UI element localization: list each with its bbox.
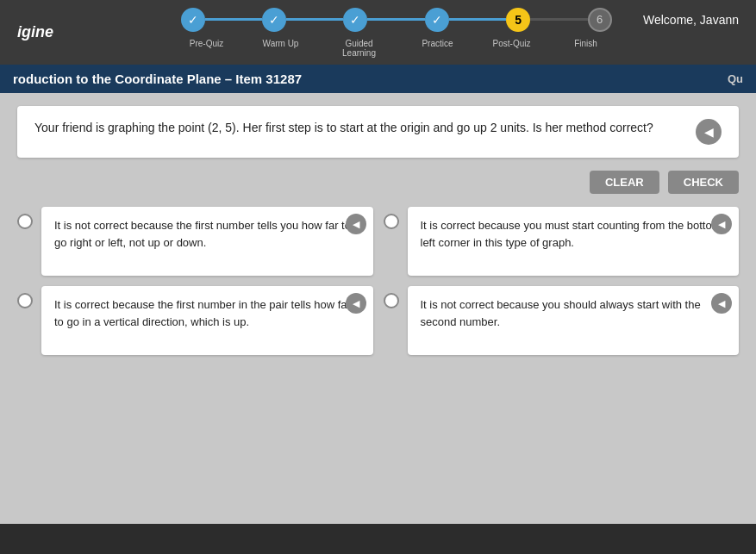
- section-header: roduction to the Coordinate Plane – Item…: [0, 65, 756, 93]
- answer-option-c: ◀ It is correct because the first number…: [17, 286, 373, 355]
- answer-card-b: ◀ It is correct because you must start c…: [408, 207, 740, 276]
- answer-card-a: ◀ It is not correct because the first nu…: [41, 207, 373, 276]
- quiz-label: Qu: [728, 72, 743, 85]
- answer-text-a: It is not correct because the first numb…: [54, 217, 360, 251]
- label-pre-quiz: Pre-Quiz: [181, 39, 233, 58]
- question-text: Your friend is graphing the point (2, 5)…: [34, 119, 687, 137]
- welcome-message: Welcome, Javann: [643, 13, 739, 27]
- progress-container: ✓ ✓ ✓ ✓ 5 6: [53, 8, 739, 58]
- answer-speaker-c[interactable]: ◀: [346, 293, 366, 314]
- speaker-icon: ◀: [353, 298, 359, 309]
- answer-text-d: It is not correct because you should alw…: [421, 296, 727, 330]
- radio-c[interactable]: [17, 293, 33, 308]
- step-guided-learning[interactable]: ✓: [343, 8, 367, 32]
- answer-card-c: ◀ It is correct because the first number…: [41, 286, 373, 355]
- radio-b[interactable]: [384, 214, 399, 229]
- connector-2: [286, 18, 343, 21]
- answer-speaker-b[interactable]: ◀: [711, 214, 732, 234]
- label-finish: Finish: [560, 39, 612, 58]
- app-logo: igine: [17, 23, 53, 41]
- checkmark-icon: ✓: [269, 13, 279, 27]
- step-finish[interactable]: 6: [588, 8, 612, 32]
- step-practice[interactable]: ✓: [425, 8, 449, 32]
- speaker-icon: ◀: [718, 298, 725, 309]
- speaker-icon: ◀: [718, 219, 725, 230]
- step-number: 6: [597, 13, 603, 26]
- answer-text-b: It is correct because you must start cou…: [421, 217, 727, 251]
- progress-labels: Pre-Quiz Warm Up GuidedLearning Practice…: [181, 39, 612, 58]
- answer-option-d: ◀ It is not correct because you should a…: [384, 286, 740, 355]
- step-warm-up[interactable]: ✓: [262, 8, 286, 32]
- answer-card-d: ◀ It is not correct because you should a…: [408, 286, 740, 355]
- label-warm-up: Warm Up: [255, 39, 307, 58]
- step-pre-quiz[interactable]: ✓: [181, 8, 205, 32]
- step-post-quiz[interactable]: 5: [506, 8, 530, 32]
- label-practice: Practice: [412, 39, 464, 58]
- answer-speaker-a[interactable]: ◀: [346, 214, 366, 234]
- radio-d[interactable]: [384, 293, 399, 308]
- check-button[interactable]: CHECK: [668, 171, 739, 194]
- answer-option-b: ◀ It is correct because you must start c…: [384, 207, 740, 276]
- connector-3: [367, 18, 424, 21]
- connector-4: [449, 18, 506, 21]
- answer-speaker-d[interactable]: ◀: [711, 293, 732, 314]
- label-guided-learning: GuidedLearning: [329, 39, 390, 58]
- speaker-icon: ◀: [353, 219, 359, 230]
- answers-grid: ◀ It is not correct because the first nu…: [17, 207, 739, 355]
- action-row: CLEAR CHECK: [17, 171, 739, 194]
- connector-5: [530, 18, 587, 21]
- clear-button[interactable]: CLEAR: [590, 171, 659, 194]
- checkmark-icon: ✓: [188, 13, 198, 27]
- radio-a[interactable]: [17, 214, 33, 229]
- step-number: 5: [515, 13, 522, 27]
- question-box: Your friend is graphing the point (2, 5)…: [17, 106, 739, 158]
- section-title: roduction to the Coordinate Plane – Item…: [13, 72, 302, 86]
- answer-option-a: ◀ It is not correct because the first nu…: [17, 207, 373, 276]
- main-content: Your friend is graphing the point (2, 5)…: [0, 93, 756, 524]
- progress-track: ✓ ✓ ✓ ✓ 5 6: [181, 8, 612, 32]
- question-speaker-button[interactable]: ◀: [696, 119, 722, 145]
- label-post-quiz: Post-Quiz: [486, 39, 538, 58]
- speaker-icon: ◀: [704, 125, 714, 139]
- connector-1: [205, 18, 262, 21]
- checkmark-icon: ✓: [432, 13, 442, 27]
- checkmark-icon: ✓: [350, 13, 360, 27]
- answer-text-c: It is correct because the first number i…: [54, 296, 360, 330]
- top-bar: igine ✓ ✓ ✓ ✓ 5: [0, 0, 756, 65]
